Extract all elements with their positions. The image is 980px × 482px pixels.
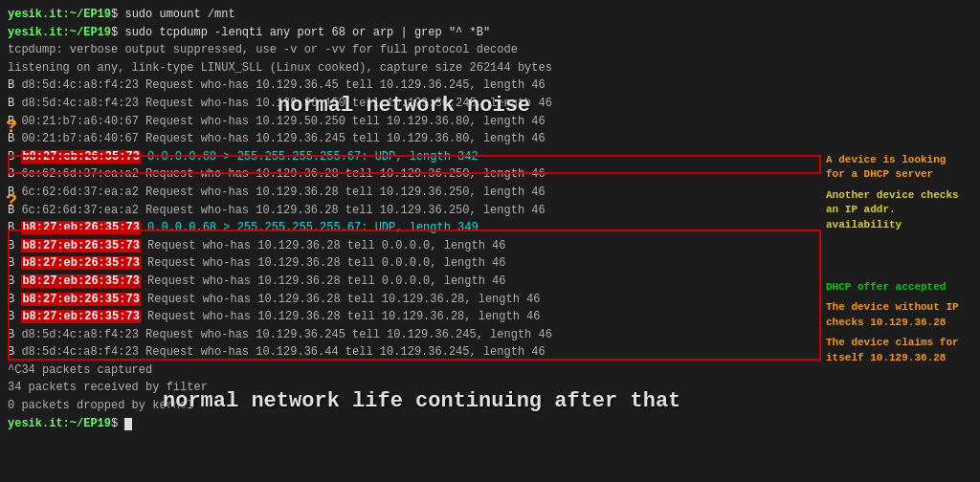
ann-dhcp-offer: DHCP offer accepted bbox=[826, 280, 974, 295]
terminal-line: B d8:5d:4c:a8:f4:23 Request who-has 10.1… bbox=[8, 95, 972, 113]
ann-claims: The device claims foritself 10.129.36.28 bbox=[826, 336, 974, 365]
terminal-line: 34 packets received by filter bbox=[8, 379, 972, 397]
terminal-line: B 00:21:b7:a6:40:67 Request who-has 10.1… bbox=[8, 113, 972, 131]
terminal-line: yesik.it:~/EP19$ sudo umount /mnt bbox=[8, 6, 972, 24]
question-mark-icon: ? bbox=[6, 190, 17, 212]
ann-ip-check: Another device checksan IP addr. availab… bbox=[826, 188, 974, 232]
terminal-line: B d8:5d:4c:a8:f4:23 Request who-has 10.1… bbox=[8, 77, 972, 95]
terminal-line: B 00:21:b7:a6:40:67 Request who-has 10.1… bbox=[8, 130, 972, 148]
annotation-panel: A device is lookingfor a DHCP server Ano… bbox=[826, 153, 974, 371]
ann-no-ip: The device without IPchecks 10.129.36.28 bbox=[826, 300, 974, 330]
terminal-line: 0 packets dropped by kernel bbox=[8, 397, 972, 415]
question-mark-icon: ? bbox=[6, 116, 17, 138]
terminal-line: listening on any, link-type LINUX_SLL (L… bbox=[8, 59, 972, 77]
terminal-line: tcpdump: verbose output suppressed, use … bbox=[8, 41, 972, 59]
terminal-line: yesik.it:~/EP19$ sudo tcpdump -lenqti an… bbox=[8, 24, 972, 42]
terminal-window: yesik.it:~/EP19$ sudo umount /mntyesik.i… bbox=[0, 0, 980, 482]
terminal-line: yesik.it:~/EP19$ bbox=[8, 415, 972, 433]
ann-dhcp-search: A device is lookingfor a DHCP server bbox=[826, 153, 974, 183]
